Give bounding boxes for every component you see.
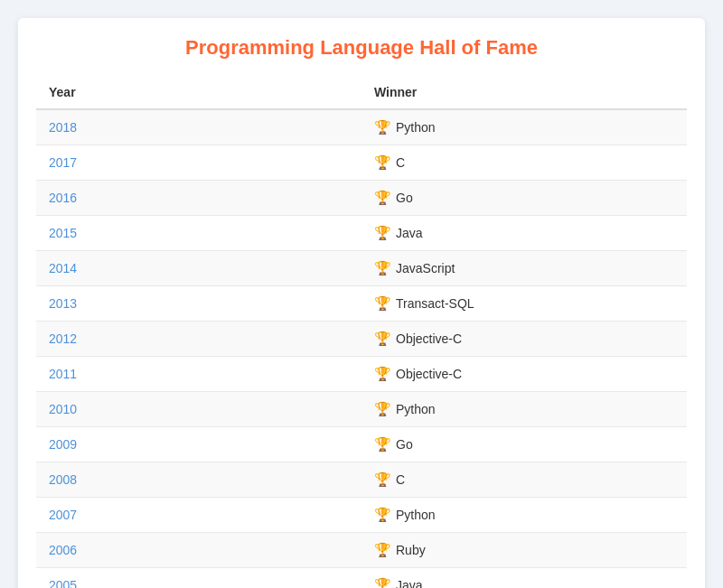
winner-cell: 🏆JavaScript <box>362 251 687 286</box>
winner-cell: 🏆Java <box>362 216 687 251</box>
year-cell: 2014 <box>36 251 362 286</box>
trophy-icon: 🏆 <box>374 436 391 453</box>
table-row: 2005🏆Java <box>36 568 687 589</box>
trophy-icon: 🏆 <box>374 542 391 558</box>
hall-of-fame-table: Year Winner 2018🏆Python2017🏆C2016🏆Go2015… <box>36 76 687 588</box>
winner-cell: 🏆Python <box>362 498 687 533</box>
year-cell: 2011 <box>36 357 362 392</box>
trophy-icon: 🏆 <box>374 260 391 276</box>
year-cell: 2008 <box>36 462 362 498</box>
trophy-icon: 🏆 <box>374 471 391 488</box>
trophy-icon: 🏆 <box>374 225 391 241</box>
winner-cell: 🏆C <box>362 145 687 181</box>
winner-cell: 🏆Transact-SQL <box>362 286 687 322</box>
trophy-icon: 🏆 <box>374 507 391 523</box>
table-row: 2012🏆Objective-C <box>36 322 687 357</box>
trophy-icon: 🏆 <box>374 154 391 171</box>
winner-cell: 🏆Python <box>362 109 687 145</box>
year-cell: 2010 <box>36 392 362 427</box>
trophy-icon: 🏆 <box>374 366 391 382</box>
trophy-icon: 🏆 <box>374 331 391 347</box>
trophy-icon: 🏆 <box>374 577 391 588</box>
table-row: 2010🏆Python <box>36 392 687 427</box>
winner-cell: 🏆C <box>362 462 687 498</box>
table-row: 2017🏆C <box>36 145 687 181</box>
trophy-icon: 🏆 <box>374 190 391 206</box>
table-row: 2015🏆Java <box>36 216 687 251</box>
trophy-icon: 🏆 <box>374 295 391 312</box>
trophy-icon: 🏆 <box>374 119 391 135</box>
table-row: 2006🏆Ruby <box>36 533 687 568</box>
table-row: 2009🏆Go <box>36 427 687 462</box>
page-title: Programming Language Hall of Fame <box>36 36 687 60</box>
winner-cell: 🏆Java <box>362 568 687 589</box>
winner-cell: 🏆Python <box>362 392 687 427</box>
winner-cell: 🏆Go <box>362 427 687 462</box>
year-cell: 2009 <box>36 427 362 462</box>
year-cell: 2018 <box>36 109 362 145</box>
header-row: Year Winner <box>36 76 687 109</box>
year-cell: 2006 <box>36 533 362 568</box>
winner-cell: 🏆Objective-C <box>362 357 687 392</box>
table-body: 2018🏆Python2017🏆C2016🏆Go2015🏆Java2014🏆Ja… <box>36 109 687 588</box>
column-header-winner: Winner <box>362 76 687 109</box>
winner-cell: 🏆Go <box>362 181 687 216</box>
column-header-year: Year <box>36 76 362 109</box>
year-cell: 2005 <box>36 568 362 589</box>
year-cell: 2013 <box>36 286 362 322</box>
table-row: 2011🏆Objective-C <box>36 357 687 392</box>
year-cell: 2012 <box>36 322 362 357</box>
table-row: 2014🏆JavaScript <box>36 251 687 286</box>
year-cell: 2007 <box>36 498 362 533</box>
year-cell: 2017 <box>36 145 362 181</box>
main-container: Programming Language Hall of Fame Year W… <box>18 18 705 588</box>
table-row: 2013🏆Transact-SQL <box>36 286 687 322</box>
table-header: Year Winner <box>36 76 687 109</box>
year-cell: 2015 <box>36 216 362 251</box>
winner-cell: 🏆Ruby <box>362 533 687 568</box>
winner-cell: 🏆Objective-C <box>362 322 687 357</box>
table-row: 2016🏆Go <box>36 181 687 216</box>
year-cell: 2016 <box>36 181 362 216</box>
table-row: 2018🏆Python <box>36 109 687 145</box>
trophy-icon: 🏆 <box>374 401 391 417</box>
table-row: 2007🏆Python <box>36 498 687 533</box>
table-row: 2008🏆C <box>36 462 687 498</box>
